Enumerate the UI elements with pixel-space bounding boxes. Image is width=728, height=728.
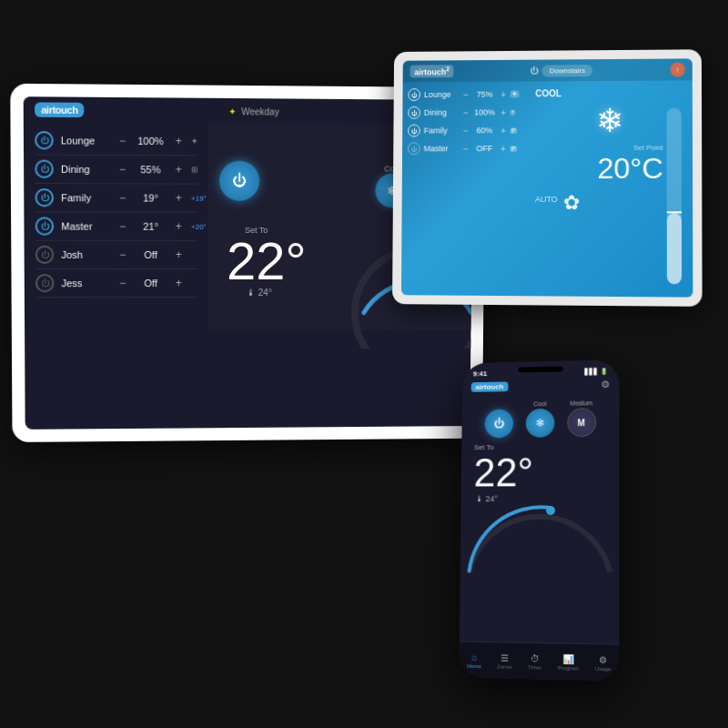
zone-minus-family[interactable]: − [119,191,126,204]
ph-power-button[interactable]: ⏻ [484,410,512,439]
ph-modes-row: ⏻ Cool ❄ Medium M [461,394,619,444]
ph-cool-label: Cool [525,400,554,407]
tb-big-temp: 20°C [598,152,663,186]
zone-row-josh: ⏻ Josh − Off + [35,241,197,269]
tb-temp-line [667,212,682,214]
zone-row-family: ⏻ Family − 19° + +19° [35,184,197,213]
tb-plus-family[interactable]: + [500,126,506,136]
zone-name-josh: Josh [61,249,112,260]
ph-nav-usage[interactable]: ⚙ Usage [595,654,612,672]
airtouch-logo: airtouch [35,102,85,117]
ph-program-icon: 📊 [562,653,573,663]
zone-power-master[interactable]: ⏻ [35,217,54,235]
tb-power-family[interactable]: ⏻ [408,125,420,137]
zone-row-dining: ⏻ Dining − 55% + ⊞ [35,155,197,184]
ph-zones-label: Zones [497,663,512,669]
ph-gear-icon[interactable]: ⚙ [601,379,610,390]
ph-cool-button[interactable]: ❄ [525,409,554,438]
ph-usage-icon: ⚙ [599,654,607,664]
tb-right-panel: COOL ❄ Set Point 20°C AUTO ✿ [528,80,693,295]
tb-minus-lounge[interactable]: − [463,89,469,99]
tb-power-icon[interactable]: ⏻ [531,66,539,76]
ph-nav-zones[interactable]: ☰ Zones [497,652,512,670]
schedule-label: Weekday [241,106,279,116]
zone-minus-jess[interactable]: − [119,277,126,289]
zone-extra-lounge: ✦ [191,136,198,146]
power-button[interactable]: ⏻ [219,161,259,201]
tb-location: Downstairs [542,65,592,76]
zone-plus-lounge[interactable]: + [176,135,182,147]
svg-point-2 [546,506,555,515]
tb-minus-master[interactable]: − [463,144,469,154]
zone-value-dining: 55% [133,164,167,175]
tb-minus-family[interactable]: − [463,126,469,136]
schedule-star-icon: ✦ [228,106,236,116]
zone-value-jess: Off [134,278,168,288]
tb-logo: airtouch2 [410,65,454,77]
tb-zones: ⏻ Lounge − 75% + ✦ ⏻ Dining − 100% + * [401,82,528,295]
ph-signal: ▋▋▋ 🔋 [584,368,608,375]
zone-power-josh[interactable]: ⏻ [35,246,54,264]
tb-badge-dining: * [510,109,516,116]
ph-dial-svg [460,503,620,577]
zone-plus-jess[interactable]: + [176,277,182,289]
tb-val-lounge: 75% [472,90,498,99]
zone-row-lounge: ⏻ Lounge − 100% + ✦ [35,126,197,156]
tb-val-dining: 100% [472,107,498,116]
zone-name-jess: Jess [61,278,112,288]
tb-plus-master[interactable]: + [500,144,506,154]
tb-power-dining[interactable]: ⏻ [408,106,420,119]
tb-name-dining: Dining [424,108,460,117]
zone-minus-master[interactable]: − [119,220,126,233]
zone-name-master: Master [61,221,112,232]
tb-alert: ! [671,62,685,76]
tb-zone-master: ⏻ Master − OFF + P [402,139,528,157]
tb-content: ⏻ Lounge − 75% + ✦ ⏻ Dining − 100% + * [401,80,693,295]
tb-name-lounge: Lounge [424,90,460,99]
zone-plus-josh[interactable]: + [176,248,182,261]
ph-medium-button[interactable]: M [567,408,596,437]
zone-minus-dining[interactable]: − [119,163,126,176]
tb-header: airtouch2 ⏻ Downstairs ! [403,58,693,82]
zone-power-jess[interactable]: ⏻ [35,274,54,292]
tb-name-family: Family [424,126,460,135]
tb-zone-family: ⏻ Family − 60% + P [402,121,528,139]
zone-power-dining[interactable]: ⏻ [35,160,54,178]
zone-minus-lounge[interactable]: − [119,135,126,147]
tb-power-master[interactable]: ⏻ [408,142,420,155]
ph-nav-home[interactable]: ⌂ Home [467,652,481,668]
ph-home-label: Home [467,662,481,668]
tb-setpoint-label: Set Point [633,144,663,152]
zone-extra-dining: ⊞ [191,165,198,174]
tb-auto-row: AUTO ✿ [535,191,580,215]
phone: 9:41 ▋▋▋ 🔋 airtouch ⚙ ⏻ Cool ❄ Medium [460,359,620,682]
zone-row-master: ⏻ Master − 21° + +20° [35,212,197,241]
tb-badge-lounge: ✦ [510,90,519,97]
ph-zones-icon: ☰ [500,652,509,662]
tb-temp-area: Set Point 20°C [535,144,685,186]
ph-nav-timer[interactable]: ⏱ Timer [528,652,541,670]
zone-plus-dining[interactable]: + [176,163,182,176]
zone-power-family[interactable]: ⏻ [35,188,54,207]
zone-value-family: 19° [133,192,167,203]
ph-timer-icon: ⏱ [531,653,540,663]
tb-minus-dining[interactable]: − [463,107,469,117]
zone-plus-master[interactable]: + [176,220,182,233]
zone-name-dining: Dining [61,164,112,175]
zone-name-family: Family [61,192,112,203]
zone-minus-josh[interactable]: − [119,248,126,261]
zone-plus-family[interactable]: + [176,192,182,205]
tablet-blue: airtouch2 ⏻ Downstairs ! ⏻ Lounge − 75% … [392,49,703,307]
tb-fan-icon: ✿ [563,191,580,215]
zone-extra-family: +19° [191,194,207,202]
ph-nav-program[interactable]: 📊 Program [558,653,579,671]
tb-val-family: 60% [472,126,498,135]
tb-plus-lounge[interactable]: + [500,89,506,99]
tl-schedule: ✦ Weekday [228,106,279,117]
tb-cool-label: COOL [535,88,561,98]
zone-power-lounge[interactable]: ⏻ [35,131,54,149]
ph-cool-group: Cool ❄ [525,400,554,438]
tb-plus-dining[interactable]: + [500,107,506,117]
tb-power-lounge[interactable]: ⏻ [408,88,420,101]
ph-power-group: ⏻ [484,410,512,439]
